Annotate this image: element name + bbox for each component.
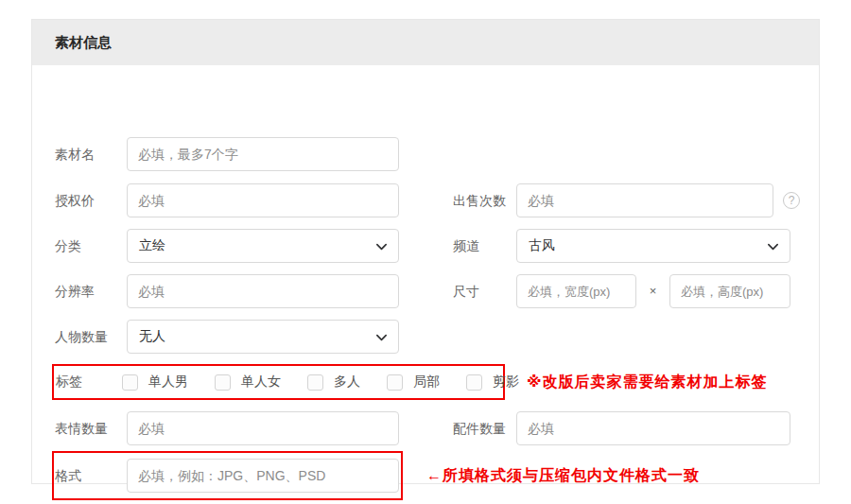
accessory-count-input[interactable] bbox=[516, 411, 790, 445]
material-name-label: 素材名 bbox=[55, 137, 95, 171]
row-expression-accessory: 表情数量 配件数量 bbox=[32, 411, 819, 445]
format-input[interactable] bbox=[127, 459, 399, 493]
chevron-down-icon bbox=[767, 241, 779, 252]
format-label: 格式 bbox=[55, 453, 81, 498]
material-name-input[interactable] bbox=[127, 137, 399, 171]
panel-body: 素材名 授权价 出售次数 ? 分类 立绘 频道 古风 分辨率 尺寸 bbox=[32, 65, 819, 483]
category-select[interactable]: 立绘 bbox=[127, 229, 399, 263]
checkbox-icon[interactable] bbox=[215, 374, 231, 391]
figure-count-label: 人物数量 bbox=[55, 320, 108, 354]
tag-checkbox-item[interactable]: 局部 bbox=[387, 374, 440, 391]
channel-value: 古风 bbox=[529, 237, 555, 254]
size-separator: × bbox=[636, 274, 669, 308]
expression-count-input[interactable] bbox=[127, 411, 399, 445]
material-info-panel: 素材信息 素材名 授权价 出售次数 ? 分类 立绘 频道 古风 bbox=[31, 19, 820, 484]
resolution-input[interactable] bbox=[127, 274, 399, 308]
figure-count-select[interactable]: 无人 bbox=[127, 320, 399, 354]
category-label: 分类 bbox=[55, 229, 81, 263]
row-resolution-size: 分辨率 尺寸 × bbox=[32, 274, 819, 308]
chevron-down-icon bbox=[375, 241, 388, 252]
accessory-count-label: 配件数量 bbox=[453, 411, 506, 445]
tags-annotation: ※改版后卖家需要给素材加上标签 bbox=[527, 364, 768, 400]
category-value: 立绘 bbox=[139, 237, 165, 254]
format-highlight-box: 格式 bbox=[52, 451, 403, 500]
tag-option-label: 局部 bbox=[413, 374, 440, 391]
tags-label: 标签 bbox=[56, 374, 122, 391]
license-price-label: 授权价 bbox=[55, 183, 95, 217]
row-figure-count: 人物数量 无人 bbox=[32, 320, 819, 354]
panel-title: 素材信息 bbox=[55, 34, 112, 52]
row-category-channel: 分类 立绘 频道 古风 bbox=[32, 229, 819, 263]
tags-checkbox-group: 单人男 单人女 多人 局部 bbox=[122, 374, 519, 391]
row-material-name: 素材名 bbox=[32, 137, 819, 171]
figure-count-value: 无人 bbox=[139, 328, 165, 345]
resolution-label: 分辨率 bbox=[55, 274, 95, 308]
tag-checkbox-item[interactable]: 单人男 bbox=[122, 374, 188, 391]
tag-checkbox-item[interactable]: 单人女 bbox=[215, 374, 281, 391]
channel-label: 频道 bbox=[453, 229, 479, 263]
channel-select[interactable]: 古风 bbox=[516, 229, 790, 263]
tag-checkbox-item[interactable]: 多人 bbox=[307, 374, 360, 391]
checkbox-icon[interactable] bbox=[466, 374, 482, 391]
sale-count-label: 出售次数 bbox=[453, 183, 506, 217]
license-price-input[interactable] bbox=[127, 183, 399, 217]
row-price-salecount: 授权价 出售次数 ? bbox=[32, 183, 819, 217]
tag-option-label: 多人 bbox=[334, 374, 360, 391]
checkbox-icon[interactable] bbox=[307, 374, 323, 391]
panel-header: 素材信息 bbox=[32, 20, 819, 65]
checkbox-icon[interactable] bbox=[387, 374, 403, 391]
size-height-input[interactable] bbox=[669, 274, 790, 308]
checkbox-icon[interactable] bbox=[122, 374, 138, 391]
sale-count-input[interactable] bbox=[516, 183, 773, 217]
size-width-input[interactable] bbox=[516, 274, 636, 308]
tag-checkbox-item[interactable]: 剪影 bbox=[466, 374, 519, 391]
size-label: 尺寸 bbox=[453, 274, 479, 308]
expression-count-label: 表情数量 bbox=[55, 411, 108, 445]
format-annotation: ←所填格式须与压缩包内文件格式一致 bbox=[426, 451, 700, 500]
tag-option-label: 单人女 bbox=[241, 374, 281, 391]
tags-highlight-box: 标签 单人男 单人女 多人 bbox=[52, 364, 505, 400]
tag-option-label: 单人男 bbox=[148, 374, 188, 391]
chevron-down-icon bbox=[375, 332, 388, 343]
tag-option-label: 剪影 bbox=[493, 374, 519, 391]
help-question-icon[interactable]: ? bbox=[783, 192, 800, 209]
